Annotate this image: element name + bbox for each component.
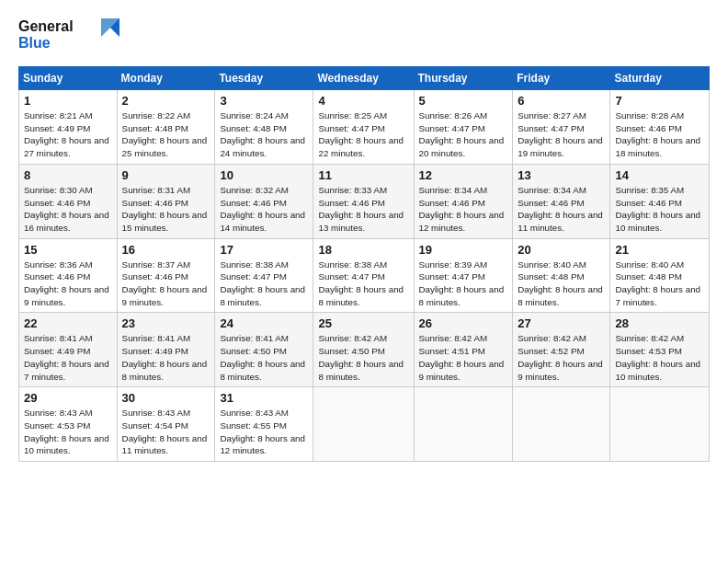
day-number: 9 <box>122 168 210 182</box>
calendar-cell: 12Sunrise: 8:34 AMSunset: 4:46 PMDayligh… <box>414 164 513 238</box>
day-number: 25 <box>318 316 408 330</box>
calendar-cell: 28Sunrise: 8:42 AMSunset: 4:53 PMDayligh… <box>610 313 710 387</box>
week-row-1: 1Sunrise: 8:21 AMSunset: 4:49 PMDaylight… <box>19 90 710 165</box>
day-info: Sunrise: 8:41 AMSunset: 4:49 PMDaylight:… <box>122 332 210 383</box>
calendar-cell: 27Sunrise: 8:42 AMSunset: 4:52 PMDayligh… <box>513 313 610 387</box>
day-number: 30 <box>122 391 210 405</box>
day-number: 26 <box>419 316 508 330</box>
day-info: Sunrise: 8:31 AMSunset: 4:46 PMDaylight:… <box>122 184 210 235</box>
calendar-cell: 14Sunrise: 8:35 AMSunset: 4:46 PMDayligh… <box>610 164 710 238</box>
day-info: Sunrise: 8:43 AMSunset: 4:54 PMDaylight:… <box>122 407 210 457</box>
day-info: Sunrise: 8:36 AMSunset: 4:46 PMDaylight:… <box>24 259 112 309</box>
calendar-cell: 31Sunrise: 8:43 AMSunset: 4:55 PMDayligh… <box>215 387 313 462</box>
svg-text:General: General <box>18 18 74 34</box>
calendar-cell: 4Sunrise: 8:25 AMSunset: 4:47 PMDaylight… <box>313 90 414 165</box>
calendar-cell: 8Sunrise: 8:30 AMSunset: 4:46 PMDaylight… <box>19 164 118 238</box>
day-info: Sunrise: 8:34 AMSunset: 4:46 PMDaylight:… <box>518 184 605 235</box>
calendar-cell: 21Sunrise: 8:40 AMSunset: 4:48 PMDayligh… <box>610 238 710 313</box>
day-info: Sunrise: 8:22 AMSunset: 4:48 PMDaylight:… <box>122 109 210 160</box>
day-info: Sunrise: 8:25 AMSunset: 4:47 PMDaylight:… <box>318 109 408 160</box>
calendar-cell <box>313 387 414 462</box>
day-info: Sunrise: 8:40 AMSunset: 4:48 PMDaylight:… <box>615 259 704 309</box>
day-number: 3 <box>220 94 308 108</box>
day-info: Sunrise: 8:37 AMSunset: 4:46 PMDaylight:… <box>122 259 210 309</box>
day-number: 13 <box>518 168 605 182</box>
logo: General Blue <box>18 15 119 59</box>
calendar-cell: 10Sunrise: 8:32 AMSunset: 4:46 PMDayligh… <box>215 164 313 238</box>
calendar-cell: 1Sunrise: 8:21 AMSunset: 4:49 PMDaylight… <box>19 90 118 165</box>
calendar-cell: 22Sunrise: 8:41 AMSunset: 4:49 PMDayligh… <box>19 313 118 387</box>
day-info: Sunrise: 8:43 AMSunset: 4:55 PMDaylight:… <box>220 407 308 457</box>
column-header-wednesday: Wednesday <box>313 67 414 90</box>
calendar-cell: 24Sunrise: 8:41 AMSunset: 4:50 PMDayligh… <box>215 313 313 387</box>
day-info: Sunrise: 8:35 AMSunset: 4:46 PMDaylight:… <box>615 184 704 235</box>
day-info: Sunrise: 8:39 AMSunset: 4:47 PMDaylight:… <box>419 259 508 309</box>
column-header-saturday: Saturday <box>610 67 710 90</box>
day-number: 14 <box>615 168 704 182</box>
day-info: Sunrise: 8:43 AMSunset: 4:53 PMDaylight:… <box>24 407 112 457</box>
day-number: 12 <box>419 168 508 182</box>
day-info: Sunrise: 8:41 AMSunset: 4:49 PMDaylight:… <box>24 332 112 383</box>
calendar-cell: 6Sunrise: 8:27 AMSunset: 4:47 PMDaylight… <box>513 90 610 165</box>
calendar-cell: 15Sunrise: 8:36 AMSunset: 4:46 PMDayligh… <box>19 238 118 313</box>
calendar-cell: 9Sunrise: 8:31 AMSunset: 4:46 PMDaylight… <box>117 164 215 238</box>
day-number: 1 <box>24 94 112 108</box>
calendar-cell: 13Sunrise: 8:34 AMSunset: 4:46 PMDayligh… <box>513 164 610 238</box>
day-info: Sunrise: 8:32 AMSunset: 4:46 PMDaylight:… <box>220 184 308 235</box>
calendar-cell: 5Sunrise: 8:26 AMSunset: 4:47 PMDaylight… <box>414 90 513 165</box>
column-header-sunday: Sunday <box>19 67 118 90</box>
day-number: 19 <box>419 243 508 257</box>
calendar-cell: 7Sunrise: 8:28 AMSunset: 4:46 PMDaylight… <box>610 90 710 165</box>
day-info: Sunrise: 8:27 AMSunset: 4:47 PMDaylight:… <box>518 109 605 160</box>
day-info: Sunrise: 8:41 AMSunset: 4:50 PMDaylight:… <box>220 332 308 383</box>
day-number: 28 <box>615 316 704 330</box>
calendar-body: 1Sunrise: 8:21 AMSunset: 4:49 PMDaylight… <box>19 90 710 462</box>
logo-text: General Blue <box>18 15 119 59</box>
calendar-cell: 17Sunrise: 8:38 AMSunset: 4:47 PMDayligh… <box>215 238 313 313</box>
day-number: 5 <box>419 94 508 108</box>
svg-text:Blue: Blue <box>18 35 51 51</box>
day-info: Sunrise: 8:33 AMSunset: 4:46 PMDaylight:… <box>318 184 408 235</box>
column-header-tuesday: Tuesday <box>215 67 313 90</box>
day-info: Sunrise: 8:21 AMSunset: 4:49 PMDaylight:… <box>24 109 112 160</box>
column-header-monday: Monday <box>117 67 215 90</box>
day-info: Sunrise: 8:38 AMSunset: 4:47 PMDaylight:… <box>220 259 308 309</box>
day-number: 15 <box>24 243 112 257</box>
calendar-cell: 3Sunrise: 8:24 AMSunset: 4:48 PMDaylight… <box>215 90 313 165</box>
calendar-cell: 25Sunrise: 8:42 AMSunset: 4:50 PMDayligh… <box>313 313 414 387</box>
day-number: 24 <box>220 316 308 330</box>
day-info: Sunrise: 8:34 AMSunset: 4:46 PMDaylight:… <box>419 184 508 235</box>
day-info: Sunrise: 8:24 AMSunset: 4:48 PMDaylight:… <box>220 109 308 160</box>
column-headers: SundayMondayTuesdayWednesdayThursdayFrid… <box>19 67 710 90</box>
day-number: 20 <box>518 243 605 257</box>
day-number: 29 <box>24 391 112 405</box>
day-number: 4 <box>318 94 408 108</box>
week-row-3: 15Sunrise: 8:36 AMSunset: 4:46 PMDayligh… <box>19 238 710 313</box>
calendar-cell: 30Sunrise: 8:43 AMSunset: 4:54 PMDayligh… <box>117 387 215 462</box>
calendar-cell: 20Sunrise: 8:40 AMSunset: 4:48 PMDayligh… <box>513 238 610 313</box>
day-number: 6 <box>518 94 605 108</box>
calendar-cell: 26Sunrise: 8:42 AMSunset: 4:51 PMDayligh… <box>414 313 513 387</box>
day-number: 21 <box>615 243 704 257</box>
day-info: Sunrise: 8:40 AMSunset: 4:48 PMDaylight:… <box>518 259 605 309</box>
calendar-cell: 16Sunrise: 8:37 AMSunset: 4:46 PMDayligh… <box>117 238 215 313</box>
calendar-cell: 23Sunrise: 8:41 AMSunset: 4:49 PMDayligh… <box>117 313 215 387</box>
day-info: Sunrise: 8:42 AMSunset: 4:51 PMDaylight:… <box>419 332 508 383</box>
day-number: 7 <box>615 94 704 108</box>
calendar-cell: 18Sunrise: 8:38 AMSunset: 4:47 PMDayligh… <box>313 238 414 313</box>
day-info: Sunrise: 8:38 AMSunset: 4:47 PMDaylight:… <box>318 259 408 309</box>
day-number: 2 <box>122 94 210 108</box>
header: General Blue <box>18 15 710 59</box>
calendar-cell <box>610 387 710 462</box>
day-number: 11 <box>318 168 408 182</box>
day-info: Sunrise: 8:26 AMSunset: 4:47 PMDaylight:… <box>419 109 508 160</box>
day-number: 8 <box>24 168 112 182</box>
day-number: 31 <box>220 391 308 405</box>
column-header-friday: Friday <box>513 67 610 90</box>
day-number: 18 <box>318 243 408 257</box>
day-info: Sunrise: 8:42 AMSunset: 4:50 PMDaylight:… <box>318 332 408 383</box>
page: General Blue SundayMondayTuesdayWednesda… <box>0 0 728 563</box>
calendar-cell: 2Sunrise: 8:22 AMSunset: 4:48 PMDaylight… <box>117 90 215 165</box>
week-row-4: 22Sunrise: 8:41 AMSunset: 4:49 PMDayligh… <box>19 313 710 387</box>
day-number: 10 <box>220 168 308 182</box>
